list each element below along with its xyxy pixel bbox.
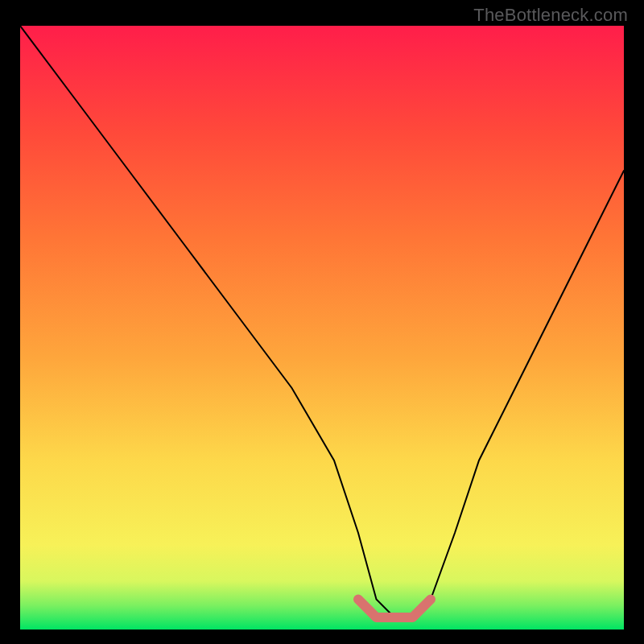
plot-area: [20, 26, 624, 630]
chart-svg: [20, 26, 624, 630]
attribution-text: TheBottleneck.com: [473, 5, 628, 26]
chart-frame: TheBottleneck.com: [0, 0, 644, 644]
gradient-bg: [20, 26, 624, 630]
